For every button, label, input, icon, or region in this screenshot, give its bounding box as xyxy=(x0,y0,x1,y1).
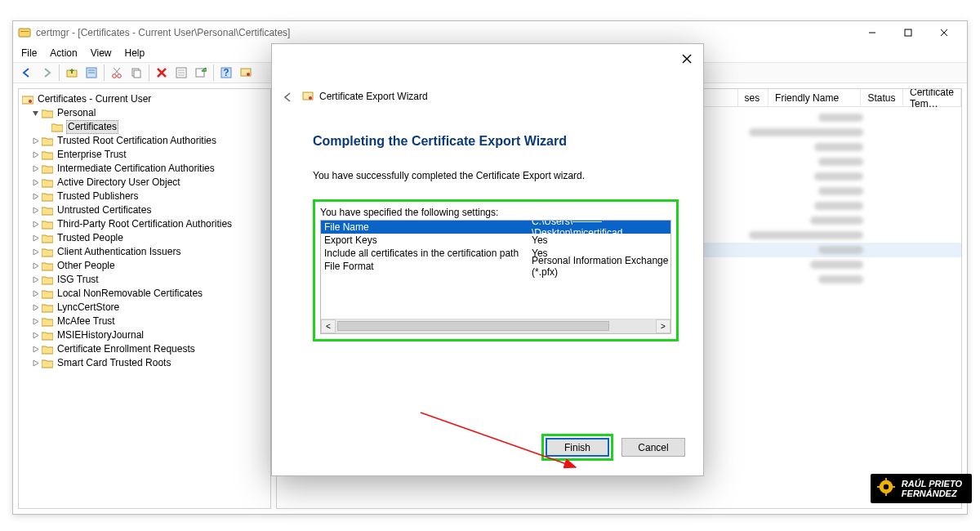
chevron-right-icon[interactable] xyxy=(30,234,40,243)
svg-rect-39 xyxy=(892,486,895,488)
nav-forward-icon[interactable] xyxy=(38,64,56,82)
app-icon xyxy=(18,26,31,39)
gear-icon xyxy=(877,478,895,496)
scroll-right-icon[interactable]: > xyxy=(656,319,670,333)
tree-item[interactable]: Trusted People xyxy=(19,231,270,245)
tree-item[interactable]: ISG Trust xyxy=(19,273,270,287)
minimize-button[interactable] xyxy=(854,21,890,44)
chevron-right-icon[interactable] xyxy=(30,136,40,146)
chevron-right-icon[interactable] xyxy=(30,150,40,160)
chevron-down-icon[interactable] xyxy=(30,109,40,118)
settings-row[interactable]: Export KeysYes xyxy=(321,234,670,247)
chevron-right-icon[interactable] xyxy=(30,317,40,327)
chevron-right-icon[interactable] xyxy=(30,331,40,341)
properties-icon[interactable] xyxy=(82,64,100,82)
tree-item[interactable]: Third-Party Root Certification Authoriti… xyxy=(19,217,270,231)
up-folder-icon[interactable] xyxy=(63,64,81,82)
chevron-right-icon[interactable] xyxy=(30,359,40,368)
col-ses[interactable]: ses xyxy=(737,89,769,106)
settings-row[interactable]: File NameC:\Users\———\Desktop\micertific… xyxy=(321,221,670,234)
chevron-right-icon[interactable] xyxy=(30,345,40,355)
scroll-thumb[interactable] xyxy=(337,321,609,331)
svg-point-26 xyxy=(247,73,250,76)
cancel-button[interactable]: Cancel xyxy=(621,438,685,457)
copy-icon[interactable] xyxy=(127,64,145,82)
tree-personal[interactable]: Personal xyxy=(19,106,270,120)
wizard-icon xyxy=(301,90,314,103)
export-icon[interactable] xyxy=(192,64,210,82)
cut-icon[interactable] xyxy=(108,64,126,82)
tree-personal-label: Personal xyxy=(56,106,96,120)
tree-item-label: Client Authentication Issuers xyxy=(56,245,181,259)
menu-action[interactable]: Action xyxy=(50,47,77,59)
tree-item[interactable]: McAfee Trust xyxy=(19,315,270,328)
folder-icon xyxy=(42,359,53,368)
tree-item-label: MSIEHistoryJournal xyxy=(56,328,145,342)
col-template[interactable]: Certificate Tem… xyxy=(903,89,961,106)
tree-item[interactable]: Smart Card Trusted Roots xyxy=(19,356,270,370)
tree-item[interactable]: Untrusted Certificates xyxy=(19,203,270,217)
tree-item[interactable]: Active Directory User Object xyxy=(19,176,270,190)
tree-item[interactable]: Trusted Root Certification Authorities xyxy=(19,134,270,148)
folder-icon xyxy=(42,303,53,313)
tree-item[interactable]: Client Authentication Issuers xyxy=(19,245,270,259)
maximize-button[interactable] xyxy=(890,21,926,44)
folder-icon xyxy=(42,164,53,174)
settings-row[interactable]: File FormatPersonal Information Exchange… xyxy=(321,260,670,273)
nav-tree[interactable]: Certificates - Current User Personal Cer… xyxy=(18,88,271,509)
chevron-right-icon[interactable] xyxy=(30,303,40,313)
svg-point-10 xyxy=(113,74,117,78)
cert-icon[interactable] xyxy=(237,64,255,82)
tree-root[interactable]: Certificates - Current User xyxy=(19,92,270,106)
chevron-right-icon[interactable] xyxy=(30,192,40,202)
export-wizard-dialog: Certificate Export Wizard Completing the… xyxy=(271,43,704,476)
svg-point-11 xyxy=(118,74,122,78)
settings-hscrollbar[interactable]: < > xyxy=(321,319,670,333)
dialog-close-button[interactable] xyxy=(679,51,695,67)
tree-item[interactable]: Other People xyxy=(19,259,270,273)
folder-icon xyxy=(42,275,53,285)
delete-icon[interactable] xyxy=(153,64,171,82)
menu-file[interactable]: File xyxy=(21,47,37,59)
col-status[interactable]: Status xyxy=(861,89,903,106)
watermark-line1: RAÚL PRIETO xyxy=(902,479,962,489)
close-button[interactable] xyxy=(926,21,962,44)
chevron-right-icon[interactable] xyxy=(30,248,40,257)
chevron-right-icon[interactable] xyxy=(30,261,40,271)
settings-caption: You have specified the following setting… xyxy=(320,207,671,218)
settings-table[interactable]: File NameC:\Users\———\Desktop\micertific… xyxy=(320,220,671,334)
tree-item[interactable]: LyncCertStore xyxy=(19,301,270,315)
help-icon[interactable]: ? xyxy=(217,64,235,82)
dialog-title: Certificate Export Wizard xyxy=(319,91,428,102)
svg-rect-3 xyxy=(905,29,911,36)
svg-rect-27 xyxy=(22,96,33,104)
chevron-right-icon[interactable] xyxy=(30,164,40,174)
tree-certificates[interactable]: Certificates xyxy=(19,120,270,134)
props2-icon[interactable] xyxy=(172,64,190,82)
tree-item[interactable]: MSIEHistoryJournal xyxy=(19,328,270,342)
folder-icon xyxy=(42,192,53,202)
chevron-right-icon[interactable] xyxy=(30,289,40,299)
folder-icon xyxy=(42,178,53,188)
svg-rect-36 xyxy=(885,478,887,481)
finish-button[interactable]: Finish xyxy=(546,438,609,457)
chevron-right-icon[interactable] xyxy=(30,275,40,285)
tree-item[interactable]: Enterprise Trust xyxy=(19,148,270,162)
tree-item[interactable]: Intermediate Certification Authorities xyxy=(19,162,270,176)
watermark-line2: FERNÁNDEZ xyxy=(902,489,962,498)
col-friendly[interactable]: Friendly Name xyxy=(768,89,861,106)
chevron-right-icon[interactable] xyxy=(30,220,40,230)
scroll-left-icon[interactable]: < xyxy=(321,319,336,333)
nav-back-icon[interactable] xyxy=(18,64,36,82)
tree-item[interactable]: Local NonRemovable Certificates xyxy=(19,287,270,301)
chevron-right-icon[interactable] xyxy=(30,206,40,216)
menu-view[interactable]: View xyxy=(91,47,112,59)
menu-help[interactable]: Help xyxy=(125,47,145,59)
chevron-right-icon[interactable] xyxy=(30,178,40,188)
dialog-back-button[interactable] xyxy=(278,88,296,106)
svg-rect-38 xyxy=(877,486,880,488)
tree-item[interactable]: Certificate Enrollment Requests xyxy=(19,342,270,356)
folder-icon xyxy=(42,206,53,216)
tree-item-label: Smart Card Trusted Roots xyxy=(56,356,172,370)
tree-item[interactable]: Trusted Publishers xyxy=(19,190,270,203)
